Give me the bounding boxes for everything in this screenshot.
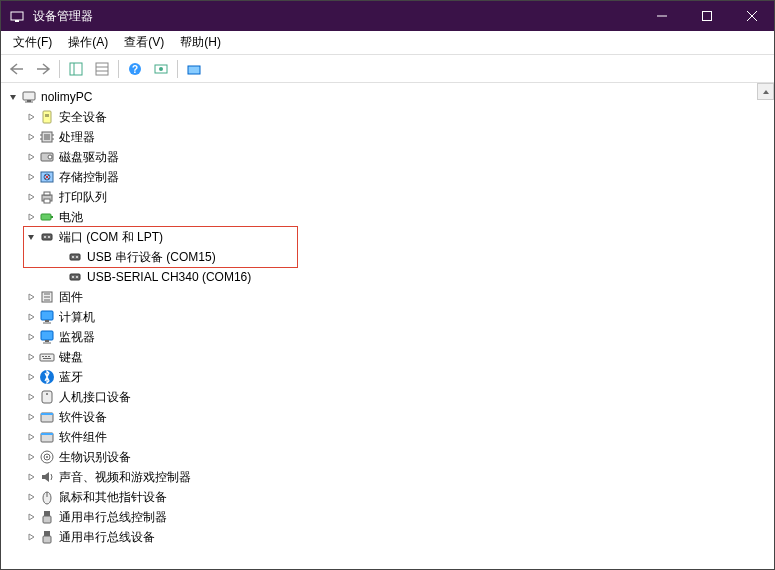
keyboard-icon — [39, 349, 55, 365]
maximize-button[interactable] — [684, 1, 729, 31]
tree-category[interactable]: 软件设备 — [1, 407, 774, 427]
svg-rect-55 — [40, 354, 54, 361]
back-button[interactable] — [5, 58, 29, 80]
tree-category[interactable]: 计算机 — [1, 307, 774, 327]
tree-category-label: 通用串行总线控制器 — [59, 509, 167, 526]
expander-icon[interactable] — [23, 529, 39, 545]
menubar: 文件(F) 操作(A) 查看(V) 帮助(H) — [1, 31, 774, 55]
tree-device-label: USB 串行设备 (COM15) — [87, 249, 216, 266]
window-title: 设备管理器 — [33, 8, 639, 25]
tree-category[interactable]: 端口 (COM 和 LPT) — [1, 227, 774, 247]
svg-rect-43 — [72, 276, 74, 278]
battery-icon — [39, 209, 55, 225]
tree-category[interactable]: 键盘 — [1, 347, 774, 367]
expander-icon[interactable] — [23, 369, 39, 385]
scan-button[interactable] — [149, 58, 173, 80]
svg-rect-57 — [45, 356, 47, 357]
show-hide-tree-button[interactable] — [64, 58, 88, 80]
expander-icon[interactable] — [23, 189, 39, 205]
tree-category[interactable]: 声音、视频和游戏控制器 — [1, 467, 774, 487]
tree-category[interactable]: 固件 — [1, 287, 774, 307]
expander-icon[interactable] — [23, 449, 39, 465]
menu-file[interactable]: 文件(F) — [5, 31, 60, 54]
expander-icon[interactable] — [23, 509, 39, 525]
svg-rect-32 — [44, 192, 50, 195]
minimize-button[interactable] — [639, 1, 684, 31]
svg-rect-8 — [96, 63, 108, 75]
tree-category[interactable]: 监视器 — [1, 327, 774, 347]
svg-rect-72 — [44, 511, 50, 516]
show-hidden-button[interactable] — [182, 58, 206, 80]
tree-root-node[interactable]: nolimyPC — [1, 87, 774, 107]
expander-icon[interactable] — [23, 229, 39, 245]
svg-rect-58 — [48, 356, 50, 357]
expander-icon[interactable] — [5, 89, 21, 105]
mouse-icon — [39, 489, 55, 505]
tree-category[interactable]: 磁盘驱动器 — [1, 147, 774, 167]
svg-rect-73 — [43, 516, 51, 523]
expander-icon[interactable] — [23, 349, 39, 365]
close-button[interactable] — [729, 1, 774, 31]
expander-icon[interactable] — [23, 429, 39, 445]
expander-icon[interactable] — [23, 149, 39, 165]
svg-rect-75 — [43, 536, 51, 543]
monitor-icon — [39, 329, 55, 345]
svg-rect-44 — [76, 276, 78, 278]
svg-rect-39 — [70, 254, 80, 260]
tree-category[interactable]: 安全设备 — [1, 107, 774, 127]
expander-icon[interactable] — [23, 389, 39, 405]
printer-icon — [39, 189, 55, 205]
tree-content[interactable]: nolimyPC 安全设备 处理器 磁盘驱动器 存储控制器 打印队列 电池 端口… — [1, 83, 774, 569]
tree-category-label: 生物识别设备 — [59, 449, 131, 466]
expander-icon[interactable] — [23, 489, 39, 505]
tree-category[interactable]: 生物识别设备 — [1, 447, 774, 467]
tree-category[interactable]: 通用串行总线设备 — [1, 527, 774, 547]
expander-spacer — [51, 269, 67, 285]
forward-button[interactable] — [31, 58, 55, 80]
expander-icon[interactable] — [23, 409, 39, 425]
expander-icon[interactable] — [23, 309, 39, 325]
tree-device[interactable]: USB 串行设备 (COM15) — [1, 247, 774, 267]
svg-rect-37 — [44, 236, 46, 238]
tree-device[interactable]: USB-SERIAL CH340 (COM16) — [1, 267, 774, 287]
tree-category[interactable]: 处理器 — [1, 127, 774, 147]
tree-category-label: 电池 — [59, 209, 83, 226]
tree-category[interactable]: 存储控制器 — [1, 167, 774, 187]
tree-category[interactable]: 打印队列 — [1, 187, 774, 207]
tree-category[interactable]: 人机接口设备 — [1, 387, 774, 407]
properties-button[interactable] — [90, 58, 114, 80]
svg-rect-0 — [11, 12, 23, 20]
expander-icon[interactable] — [23, 209, 39, 225]
scroll-up-button[interactable] — [757, 83, 774, 100]
expander-icon[interactable] — [23, 469, 39, 485]
expander-icon[interactable] — [23, 109, 39, 125]
svg-rect-22 — [44, 134, 50, 140]
tree-device-label: USB-SERIAL CH340 (COM16) — [87, 270, 251, 284]
svg-rect-66 — [41, 433, 53, 435]
usb-icon — [39, 529, 55, 545]
menu-help[interactable]: 帮助(H) — [172, 31, 229, 54]
expander-icon[interactable] — [23, 289, 39, 305]
expander-icon[interactable] — [23, 169, 39, 185]
tree-category-label: 端口 (COM 和 LPT) — [59, 229, 163, 246]
tree-category-label: 蓝牙 — [59, 369, 83, 386]
svg-rect-38 — [48, 236, 50, 238]
expander-icon[interactable] — [23, 329, 39, 345]
toolbar-separator — [118, 60, 119, 78]
monitor-icon — [39, 309, 55, 325]
tree-category[interactable]: 蓝牙 — [1, 367, 774, 387]
help-button[interactable]: ? — [123, 58, 147, 80]
tree-category[interactable]: 鼠标和其他指针设备 — [1, 487, 774, 507]
menu-view[interactable]: 查看(V) — [116, 31, 172, 54]
tree-category[interactable]: 通用串行总线控制器 — [1, 507, 774, 527]
port-icon — [67, 249, 83, 265]
tree-category[interactable]: 电池 — [1, 207, 774, 227]
tree-category-label: 监视器 — [59, 329, 95, 346]
window-controls — [639, 1, 774, 31]
svg-rect-3 — [702, 12, 711, 21]
tree-category[interactable]: 软件组件 — [1, 427, 774, 447]
svg-rect-33 — [44, 199, 50, 203]
svg-rect-52 — [41, 331, 53, 340]
menu-action[interactable]: 操作(A) — [60, 31, 116, 54]
expander-icon[interactable] — [23, 129, 39, 145]
